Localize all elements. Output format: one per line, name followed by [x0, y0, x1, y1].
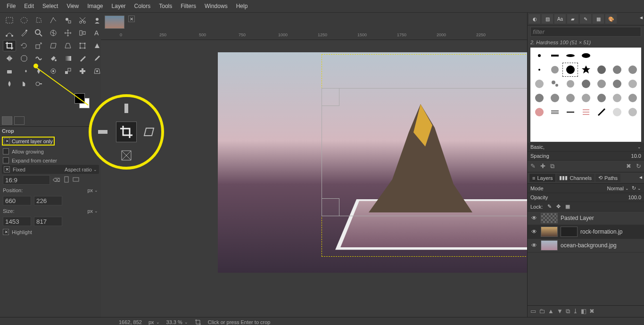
merge-down-icon[interactable]: ⤓: [573, 308, 578, 315]
layers-tab[interactable]: ≡ Layers: [529, 174, 555, 182]
airbrush-tool[interactable]: [17, 65, 31, 77]
clear-icon[interactable]: ⌫: [53, 177, 60, 183]
visibility-toggle-icon[interactable]: 👁: [530, 215, 538, 221]
brush-item[interactable]: [547, 91, 562, 105]
brush-item[interactable]: [610, 91, 624, 105]
clone-tool[interactable]: [61, 65, 74, 77]
portrait-icon[interactable]: [63, 176, 70, 184]
brush-grid[interactable]: [530, 48, 641, 142]
visibility-toggle-icon[interactable]: 👁: [530, 228, 538, 235]
lock-position-icon[interactable]: ✥: [556, 203, 561, 210]
menu-filters[interactable]: Filters: [177, 2, 200, 10]
canvas[interactable]: [101, 40, 527, 317]
mypaint-brush-tool[interactable]: [47, 65, 60, 77]
brush-item[interactable]: [625, 77, 640, 90]
brush-item[interactable]: [563, 49, 578, 62]
fixed-mode-dropdown[interactable]: Aspect ratio ⌄: [65, 167, 97, 172]
fg-bg-color[interactable]: [42, 93, 98, 112]
zoom-tool[interactable]: [32, 27, 45, 39]
brush-item[interactable]: [578, 91, 593, 105]
paths-tab[interactable]: ⟲ Paths: [595, 174, 620, 182]
size-w-input[interactable]: [3, 217, 31, 226]
brush-item[interactable]: [625, 91, 640, 105]
move-tool[interactable]: [61, 27, 74, 39]
warp-tool[interactable]: [32, 53, 45, 64]
patterns-tab-icon[interactable]: ▨: [542, 14, 553, 24]
lock-alpha-icon[interactable]: ▦: [565, 203, 570, 210]
menu-view[interactable]: View: [63, 2, 83, 10]
lock-pixels-icon[interactable]: ✎: [547, 203, 552, 210]
menu-colors[interactable]: Colors: [131, 2, 155, 10]
pos-x-input[interactable]: [3, 196, 31, 205]
raise-layer-icon[interactable]: ▲: [548, 308, 554, 315]
brush-item[interactable]: [578, 77, 593, 90]
brush-item[interactable]: [563, 91, 578, 105]
edit-brush-icon[interactable]: ✎: [530, 162, 536, 170]
brush-item[interactable]: [563, 106, 578, 119]
color-picker-tool[interactable]: [17, 27, 31, 39]
layer-item[interactable]: 👁 Pasted Layer: [528, 211, 644, 225]
brush-item[interactable]: [610, 77, 624, 90]
brush-item[interactable]: [625, 49, 640, 62]
scissors-tool[interactable]: [76, 15, 89, 26]
current-layer-only-checkbox[interactable]: ✕: [4, 138, 10, 144]
brush-item[interactable]: [547, 77, 562, 90]
unified-transform-tool[interactable]: [76, 40, 89, 51]
eraser-tool[interactable]: [3, 65, 16, 77]
flip-tool[interactable]: [3, 53, 16, 64]
menu-edit[interactable]: Edit: [20, 2, 38, 10]
tool-presets-tab-icon[interactable]: 🎨: [605, 14, 617, 24]
opacity-value[interactable]: 100.0: [628, 195, 641, 200]
brush-item[interactable]: [594, 106, 609, 119]
scale-tool[interactable]: [32, 40, 45, 51]
brush-item[interactable]: [625, 106, 640, 119]
brush-filter-input[interactable]: [530, 27, 641, 37]
new-group-icon[interactable]: 🗀: [539, 308, 545, 315]
crop-tool[interactable]: [3, 40, 16, 51]
brush-item[interactable]: [594, 49, 609, 62]
perspective-tool[interactable]: [61, 40, 74, 51]
size-unit-dropdown[interactable]: px ⌄: [87, 208, 98, 214]
brush-preset-dropdown[interactable]: Basic,: [530, 144, 545, 150]
crop-handle-sw[interactable]: [322, 198, 339, 216]
expand-from-center-checkbox[interactable]: [3, 157, 9, 163]
menu-help[interactable]: Help: [232, 2, 252, 10]
spacing-value[interactable]: 10.0: [631, 153, 641, 159]
crop-handle-nw[interactable]: [322, 88, 339, 106]
bucket-fill-tool[interactable]: [47, 53, 60, 64]
brush-item[interactable]: [532, 49, 546, 62]
free-select-tool[interactable]: [32, 15, 45, 26]
cage-tool[interactable]: [17, 53, 31, 64]
menu-select[interactable]: Select: [39, 2, 62, 10]
rect-select-tool[interactable]: [3, 15, 16, 26]
menu-windows[interactable]: Windows: [201, 2, 231, 10]
brush-item[interactable]: [532, 63, 546, 76]
blur-tool[interactable]: [3, 78, 16, 89]
measure-tool[interactable]: [47, 27, 60, 39]
align-tool[interactable]: [76, 27, 89, 39]
paths-tool[interactable]: [3, 27, 16, 39]
rotate-tool[interactable]: [17, 40, 31, 51]
menu-layer[interactable]: Layer: [108, 2, 130, 10]
heal-tool[interactable]: [76, 65, 89, 77]
paint-dynamics-tab-icon[interactable]: ✎: [580, 14, 591, 24]
shear-tool[interactable]: [47, 40, 60, 51]
brush-item[interactable]: [532, 77, 546, 90]
menu-file[interactable]: File: [3, 2, 19, 10]
layer-name[interactable]: Pasted Layer: [561, 215, 594, 221]
new-layer-icon[interactable]: ▭: [530, 308, 536, 315]
delete-layer-icon[interactable]: ✖: [589, 308, 594, 315]
palettes-tab-icon[interactable]: ▦: [593, 14, 604, 24]
right-tab-menu-icon[interactable]: ◂: [640, 14, 643, 24]
brush-item[interactable]: [594, 91, 609, 105]
menu-image[interactable]: Image: [83, 2, 107, 10]
menu-bar[interactable]: File Edit Select View Image Layer Colors…: [0, 0, 644, 13]
pencil-tool[interactable]: [76, 53, 89, 64]
brush-item[interactable]: [547, 106, 562, 119]
delete-brush-icon[interactable]: ✖: [626, 162, 631, 170]
lower-layer-icon[interactable]: ▼: [557, 308, 563, 315]
highlight-checkbox[interactable]: ✕: [3, 229, 9, 235]
brush-item[interactable]: [532, 91, 546, 105]
crop-rectangle[interactable]: [322, 88, 527, 216]
dodge-burn-tool[interactable]: [32, 78, 45, 89]
